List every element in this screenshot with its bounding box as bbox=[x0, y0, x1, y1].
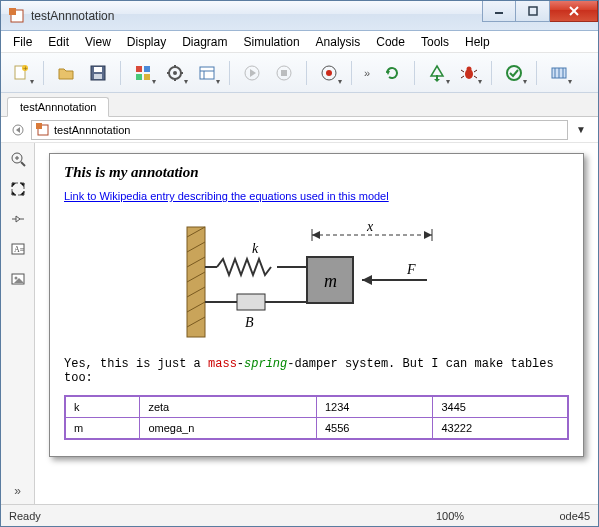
annotation-tool-icon[interactable]: A≡ bbox=[8, 239, 28, 259]
left-palette: A≡ » bbox=[1, 143, 35, 504]
model-config-button[interactable] bbox=[161, 59, 189, 87]
save-button[interactable] bbox=[84, 59, 112, 87]
toolbar-overflow-icon[interactable]: » bbox=[360, 67, 374, 79]
table-row: k zeta 1234 3445 bbox=[65, 396, 568, 418]
image-tool-icon[interactable] bbox=[8, 269, 28, 289]
build-button[interactable] bbox=[423, 59, 451, 87]
menu-edit[interactable]: Edit bbox=[40, 33, 77, 51]
tabbar: testAnnnotation bbox=[1, 93, 598, 117]
tab-model[interactable]: testAnnnotation bbox=[7, 97, 109, 117]
svg-rect-14 bbox=[136, 74, 142, 80]
run-button[interactable] bbox=[238, 59, 266, 87]
menu-file[interactable]: File bbox=[5, 33, 40, 51]
svg-line-37 bbox=[461, 70, 464, 72]
status-solver[interactable]: ode45 bbox=[510, 510, 590, 522]
more-options-button[interactable] bbox=[545, 59, 573, 87]
annotation-block[interactable]: This is my annotation Link to Wikipedia … bbox=[49, 153, 584, 457]
breadcrumb-field[interactable]: testAnnnotation bbox=[31, 120, 568, 140]
svg-rect-28 bbox=[281, 70, 287, 76]
menubar: File Edit View Display Diagram Simulatio… bbox=[1, 31, 598, 53]
toolbar: + » bbox=[1, 53, 598, 93]
svg-point-41 bbox=[507, 66, 521, 80]
titlebar: testAnnnotation bbox=[1, 1, 598, 31]
stop-button[interactable] bbox=[270, 59, 298, 87]
svg-point-17 bbox=[173, 71, 177, 75]
model-canvas[interactable]: This is my annotation Link to Wikipedia … bbox=[35, 143, 598, 504]
update-diagram-button[interactable] bbox=[378, 59, 406, 87]
close-button[interactable] bbox=[550, 1, 598, 22]
breadcrumb-dropdown-icon[interactable]: ▼ bbox=[572, 124, 590, 135]
open-button[interactable] bbox=[52, 59, 80, 87]
diagram-label-m: m bbox=[324, 271, 337, 291]
menu-help[interactable]: Help bbox=[457, 33, 498, 51]
svg-rect-1 bbox=[9, 8, 16, 15]
svg-text:+: + bbox=[23, 64, 28, 73]
svg-marker-81 bbox=[424, 231, 432, 239]
diagram-label-x: x bbox=[366, 219, 374, 234]
svg-point-36 bbox=[467, 66, 472, 71]
svg-rect-11 bbox=[94, 74, 102, 79]
breadcrumb-row: testAnnnotation ▼ bbox=[1, 117, 598, 143]
minimize-button[interactable] bbox=[482, 1, 516, 22]
new-model-button[interactable]: + bbox=[7, 59, 35, 87]
menu-diagram[interactable]: Diagram bbox=[174, 33, 235, 51]
model-icon bbox=[36, 123, 50, 137]
svg-rect-13 bbox=[144, 66, 150, 72]
svg-line-39 bbox=[461, 76, 464, 78]
svg-marker-57 bbox=[16, 216, 20, 222]
svg-rect-10 bbox=[94, 67, 102, 72]
diagram-label-k: k bbox=[252, 241, 259, 256]
svg-line-40 bbox=[474, 76, 477, 78]
menu-analysis[interactable]: Analysis bbox=[308, 33, 369, 51]
diagram-label-f: F bbox=[406, 262, 416, 277]
normal-view-icon[interactable] bbox=[8, 209, 28, 229]
svg-text:A≡: A≡ bbox=[14, 245, 25, 254]
model-explorer-button[interactable] bbox=[193, 59, 221, 87]
menu-code[interactable]: Code bbox=[368, 33, 413, 51]
status-text: Ready bbox=[9, 510, 390, 522]
nav-back-button[interactable] bbox=[9, 121, 27, 139]
svg-point-30 bbox=[326, 70, 332, 76]
expand-palette-icon[interactable]: » bbox=[14, 484, 21, 498]
svg-line-38 bbox=[474, 70, 477, 72]
svg-marker-34 bbox=[434, 79, 440, 82]
svg-marker-32 bbox=[431, 66, 443, 76]
window-title: testAnnnotation bbox=[31, 9, 482, 23]
annotation-body: Yes, this is just a mass-spring-damper s… bbox=[64, 357, 569, 385]
status-zoom[interactable]: 100% bbox=[390, 510, 510, 522]
menu-view[interactable]: View bbox=[77, 33, 119, 51]
svg-marker-26 bbox=[250, 69, 256, 77]
svg-rect-15 bbox=[144, 74, 150, 80]
svg-point-61 bbox=[14, 277, 17, 280]
debug-button[interactable] bbox=[455, 59, 483, 87]
breadcrumb-text: testAnnnotation bbox=[54, 124, 130, 136]
svg-rect-22 bbox=[200, 67, 214, 79]
record-button[interactable] bbox=[315, 59, 343, 87]
diagram-image: k B m F bbox=[64, 217, 569, 347]
statusbar: Ready 100% ode45 bbox=[1, 504, 598, 526]
app-icon bbox=[9, 8, 25, 24]
annotation-title: This is my annotation bbox=[64, 164, 569, 181]
fit-to-view-icon[interactable] bbox=[8, 179, 28, 199]
library-browser-button[interactable] bbox=[129, 59, 157, 87]
model-advisor-button[interactable] bbox=[500, 59, 528, 87]
svg-marker-80 bbox=[312, 231, 320, 239]
zoom-in-icon[interactable] bbox=[8, 149, 28, 169]
maximize-button[interactable] bbox=[516, 1, 550, 22]
annotation-table: k zeta 1234 3445 m omega_n 4556 43222 bbox=[64, 395, 569, 440]
svg-rect-3 bbox=[529, 7, 537, 15]
svg-marker-78 bbox=[362, 275, 372, 285]
menu-simulation[interactable]: Simulation bbox=[236, 33, 308, 51]
table-row: m omega_n 4556 43222 bbox=[65, 418, 568, 440]
svg-rect-49 bbox=[36, 123, 42, 129]
svg-rect-74 bbox=[237, 294, 265, 310]
svg-line-51 bbox=[21, 162, 25, 166]
annotation-link[interactable]: Link to Wikipedia entry describing the e… bbox=[64, 190, 389, 202]
diagram-label-b: B bbox=[245, 315, 254, 330]
svg-rect-12 bbox=[136, 66, 142, 72]
svg-marker-47 bbox=[16, 127, 20, 133]
menu-tools[interactable]: Tools bbox=[413, 33, 457, 51]
menu-display[interactable]: Display bbox=[119, 33, 174, 51]
